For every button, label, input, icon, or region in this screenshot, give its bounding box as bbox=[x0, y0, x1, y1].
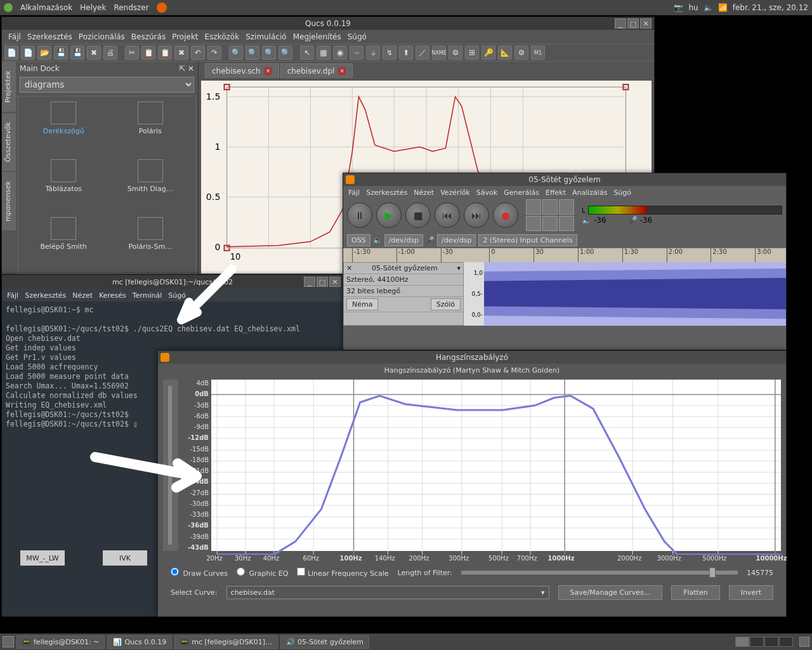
key-icon[interactable]: 🔑 bbox=[481, 46, 495, 60]
open-icon[interactable]: 📂 bbox=[37, 46, 51, 60]
speaker-icon[interactable]: 🔈 bbox=[582, 216, 591, 225]
ruler-icon[interactable]: 📐 bbox=[498, 46, 512, 60]
tab-chebisev-dpl[interactable]: chebisev.dpl✕ bbox=[280, 63, 353, 78]
menu-places[interactable]: Helyek bbox=[80, 3, 106, 12]
select-tool[interactable] bbox=[526, 199, 541, 215]
close-button[interactable]: ✕ bbox=[640, 18, 652, 29]
solo-button[interactable]: Szóló bbox=[431, 298, 461, 310]
play-button[interactable]: ▶ bbox=[376, 202, 402, 228]
sim-icon[interactable]: ⚙ bbox=[449, 46, 462, 60]
menu-tracks[interactable]: Sávok bbox=[476, 189, 497, 197]
close-doc-icon[interactable]: ✖ bbox=[87, 46, 101, 60]
menu-project[interactable]: Projekt bbox=[169, 31, 200, 43]
close-tab-icon[interactable]: ✕ bbox=[265, 67, 272, 75]
name-icon[interactable]: NAME bbox=[432, 46, 446, 60]
tab-osszetevok[interactable]: Összetevők bbox=[2, 113, 16, 171]
waveform[interactable] bbox=[484, 262, 786, 326]
zoom1-icon[interactable]: 🔍 bbox=[278, 46, 292, 60]
redo-icon[interactable]: ↷ bbox=[207, 46, 221, 60]
new-icon[interactable]: 📄 bbox=[4, 46, 18, 60]
menu-sim[interactable]: Szimuláció bbox=[243, 31, 289, 43]
menu-terminal[interactable]: Terminál bbox=[133, 291, 162, 300]
clock[interactable]: febr. 21., sze, 20.12 bbox=[733, 3, 808, 12]
menu-effect[interactable]: Effekt bbox=[546, 189, 566, 197]
task-qucs[interactable]: 📊 Qucs 0.0.19 bbox=[107, 635, 172, 649]
maximize-button[interactable]: □ bbox=[317, 277, 328, 287]
maximize-button[interactable]: □ bbox=[627, 18, 639, 29]
minimize-button[interactable]: _ bbox=[615, 18, 626, 29]
tab-projektek[interactable]: Projektek bbox=[2, 62, 16, 112]
task-term[interactable]: 📟 fellegis@DSK01: ~ bbox=[16, 635, 105, 649]
channels-combo[interactable]: 2 (Stereo) Input Channels bbox=[478, 234, 577, 246]
copy-icon[interactable]: 📋 bbox=[141, 46, 155, 60]
comp5-icon[interactable]: ↯ bbox=[383, 46, 396, 60]
track-close-icon[interactable]: ✕ bbox=[346, 264, 352, 272]
menu-edit[interactable]: Szerkesztés bbox=[25, 291, 66, 300]
timeshift-tool[interactable] bbox=[542, 216, 558, 231]
tab-komponensek[interactable]: mponensek bbox=[2, 172, 16, 230]
menu-help[interactable]: Súgó bbox=[345, 31, 369, 43]
eq-vslider[interactable] bbox=[163, 380, 178, 551]
aud-titlebar[interactable]: 05-Sötét győzelem bbox=[343, 173, 786, 186]
term-titlebar[interactable]: mc [fellegis@DSK01]:~/qucs/tst02 _□✕ bbox=[2, 275, 343, 289]
menu-position[interactable]: Pozicionálás bbox=[76, 31, 128, 43]
diag-table[interactable]: Táblázatos bbox=[23, 159, 104, 211]
eq-plot[interactable] bbox=[211, 380, 781, 551]
comp1-icon[interactable]: ▦ bbox=[317, 46, 331, 60]
cut-icon[interactable]: ✂ bbox=[125, 46, 139, 60]
menu-file[interactable]: Fájl bbox=[348, 189, 360, 197]
zoomin-icon[interactable]: 🔍 bbox=[229, 46, 243, 60]
doc-icon[interactable]: 📄 bbox=[21, 46, 35, 60]
pointer-icon[interactable]: ↖ bbox=[300, 46, 314, 60]
diagrams-combo[interactable]: diagrams bbox=[20, 77, 195, 93]
draw-tool[interactable] bbox=[559, 199, 574, 215]
comp2-icon[interactable]: ◉ bbox=[333, 46, 347, 60]
menu-view[interactable]: Megjelenítés bbox=[291, 31, 344, 43]
zoomout-icon[interactable]: 🔍 bbox=[246, 46, 259, 60]
menu-file[interactable]: Fájl bbox=[6, 31, 23, 43]
record-button[interactable]: ● bbox=[493, 202, 518, 228]
flatten-button[interactable]: Flatten bbox=[671, 585, 720, 600]
close-button[interactable]: ✕ bbox=[329, 277, 341, 287]
menu-apps[interactable]: Alkalmazások bbox=[20, 3, 72, 12]
zoomfit-icon[interactable]: 🔍 bbox=[262, 46, 276, 60]
menu-insert[interactable]: Beszúrás bbox=[129, 31, 168, 43]
menu-file[interactable]: Fájl bbox=[7, 291, 18, 300]
host-combo[interactable]: OSS bbox=[347, 234, 370, 246]
print-icon[interactable]: 🖨 bbox=[103, 46, 117, 60]
out-combo[interactable]: /dev/dsp bbox=[384, 234, 423, 246]
menu-view[interactable]: Nézet bbox=[414, 189, 434, 197]
invert-button[interactable]: Invert bbox=[729, 585, 773, 600]
menu-edit[interactable]: Szerkesztés bbox=[25, 31, 75, 43]
workspace-switcher[interactable] bbox=[735, 637, 793, 647]
mc-tab-2[interactable]: IVK bbox=[103, 550, 147, 566]
skip-end-button[interactable]: ⏭ bbox=[464, 202, 489, 228]
track-header[interactable]: ✕05-Sötét győzelem▾ Sztereó, 44100Hz 32 … bbox=[343, 262, 464, 326]
delete-icon[interactable]: ✖ bbox=[174, 46, 188, 60]
task-mc[interactable]: 📟 mc [fellegis@DSK01]… bbox=[174, 635, 278, 649]
network-icon[interactable]: 📶 bbox=[718, 3, 728, 12]
track-menu-icon[interactable]: ▾ bbox=[457, 264, 461, 272]
menu-system[interactable]: Rendszer bbox=[114, 3, 148, 12]
menu-view[interactable]: Nézet bbox=[72, 291, 93, 300]
diag-in-smith[interactable]: Belépő Smith bbox=[23, 217, 104, 269]
close-tab-icon[interactable]: ✕ bbox=[338, 67, 346, 75]
diag-polar-sm[interactable]: Poláris-Sm… bbox=[110, 217, 191, 269]
zoom-tool[interactable] bbox=[526, 216, 541, 231]
gear-icon[interactable]: ⚙ bbox=[514, 46, 528, 60]
m2-icon[interactable]: M1 bbox=[531, 46, 545, 60]
paste-icon[interactable]: 📋 bbox=[158, 46, 172, 60]
device-icon[interactable]: 📷 bbox=[674, 3, 683, 12]
curve-combo[interactable]: chebisev.dat▾ bbox=[226, 586, 549, 599]
task-aud[interactable]: 🔊 05-Sötét győzelem bbox=[280, 635, 369, 649]
skip-start-button[interactable]: ⏮ bbox=[435, 202, 460, 228]
firefox-icon[interactable] bbox=[157, 3, 167, 13]
undo-icon[interactable]: ↶ bbox=[191, 46, 205, 60]
diag-rect[interactable]: Derékszögű bbox=[23, 102, 104, 153]
tab-chebisev-sch[interactable]: chebisev.sch✕ bbox=[205, 63, 279, 78]
lang-indicator[interactable]: hu bbox=[688, 3, 698, 12]
start-icon[interactable] bbox=[4, 3, 13, 12]
qucs-titlebar[interactable]: Qucs 0.0.19 _ □ ✕ bbox=[2, 17, 654, 30]
envelope-tool[interactable] bbox=[542, 199, 558, 215]
pause-button[interactable]: ⏸ bbox=[347, 202, 372, 228]
